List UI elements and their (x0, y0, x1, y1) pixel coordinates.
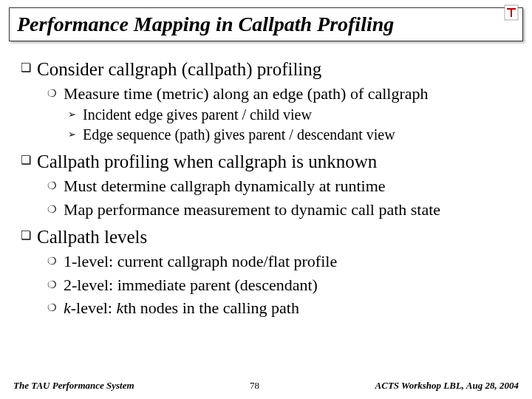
list-item: ❏ Callpath profiling when callgraph is u… (21, 150, 516, 173)
footer-right: ACTS Workshop LBL, Aug 28, 2004 (375, 380, 519, 392)
list-text: k-level: kth nodes in the calling path (64, 298, 299, 318)
slide-title: Performance Mapping in Callpath Profilin… (17, 13, 515, 36)
list-text: Incident edge gives parent / child view (83, 106, 312, 124)
circle-bullet-icon: ❍ (47, 200, 64, 219)
list-text: Callpath profiling when callgraph is unk… (37, 150, 377, 173)
slide-title-box: Performance Mapping in Callpath Profilin… (9, 7, 523, 41)
footer-left: The TAU Performance System (13, 380, 134, 392)
list-item: ❍ 2-level: immediate parent (descendant) (47, 275, 516, 296)
circle-bullet-icon: ❍ (47, 298, 64, 317)
circle-bullet-icon: ❍ (47, 176, 64, 195)
slide-footer: The TAU Performance System 78 ACTS Works… (0, 380, 532, 392)
list-item: ❍ Map performance measurement to dynamic… (47, 200, 516, 220)
list-text: Map performance measurement to dynamic c… (64, 200, 440, 220)
list-item: ❍ Must determine callgraph dynamically a… (47, 176, 516, 197)
list-text: Measure time (metric) along an edge (pat… (64, 83, 429, 104)
list-item: ➢ Incident edge gives parent / child vie… (68, 106, 516, 124)
tau-logo (504, 4, 519, 21)
list-item: ❏ Callpath levels (21, 225, 516, 248)
list-text: Consider callgraph (callpath) profiling (37, 58, 321, 81)
list-item: ❏ Consider callgraph (callpath) profilin… (21, 58, 516, 81)
list-text: Must determine callgraph dynamically at … (64, 176, 386, 197)
list-text: 2-level: immediate parent (descendant) (64, 275, 318, 296)
list-text: 1-level: current callgraph node/flat pro… (64, 251, 337, 272)
list-item: ❍ 1-level: current callgraph node/flat p… (47, 251, 516, 272)
arrow-bullet-icon: ➢ (68, 106, 83, 123)
circle-bullet-icon: ❍ (47, 275, 64, 294)
list-item: ❍ Measure time (metric) along an edge (p… (47, 83, 516, 104)
circle-bullet-icon: ❍ (47, 251, 64, 270)
square-bullet-icon: ❏ (21, 225, 37, 246)
slide-body: ❏ Consider callgraph (callpath) profilin… (0, 41, 532, 318)
page-number: 78 (250, 380, 259, 392)
list-text: Callpath levels (37, 225, 147, 248)
square-bullet-icon: ❏ (21, 150, 37, 171)
list-item: ❍ k-level: kth nodes in the calling path (47, 298, 516, 318)
arrow-bullet-icon: ➢ (68, 126, 83, 143)
square-bullet-icon: ❏ (21, 58, 37, 78)
list-item: ➢ Edge sequence (path) gives parent / de… (68, 126, 516, 144)
circle-bullet-icon: ❍ (47, 83, 64, 103)
list-text: Edge sequence (path) gives parent / desc… (83, 126, 395, 144)
